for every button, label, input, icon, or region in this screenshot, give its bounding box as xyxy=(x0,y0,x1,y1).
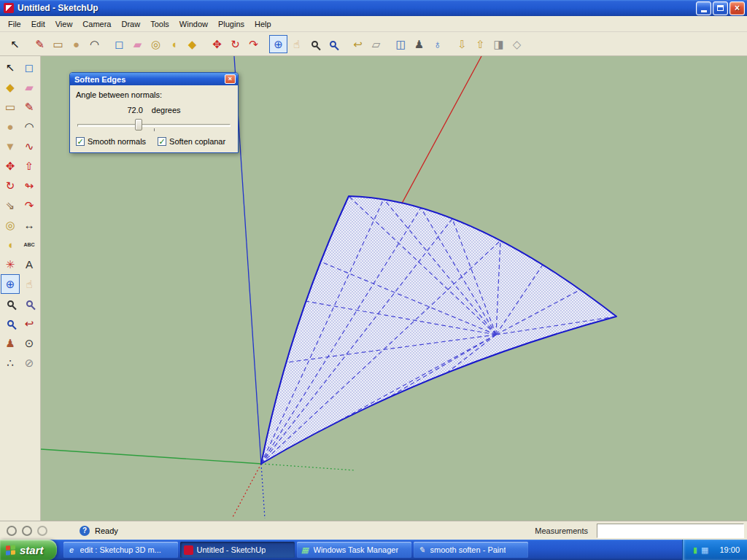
previous-view-button[interactable]: ↩ xyxy=(349,35,367,53)
titlebar[interactable]: Untitled - SketchUp × xyxy=(0,0,747,16)
select-button[interactable]: ↖ xyxy=(6,35,24,53)
offset-button[interactable]: ↷ xyxy=(20,195,39,215)
safety-icon[interactable]: ▮ xyxy=(693,545,697,554)
menu-edit[interactable]: Edit xyxy=(26,18,50,31)
look-around-button[interactable]: ⊙ xyxy=(20,333,39,353)
follow-me-button[interactable]: ↬ xyxy=(20,176,39,195)
menu-draw[interactable]: Draw xyxy=(116,18,145,31)
select-button[interactable]: ↖ xyxy=(1,58,20,77)
taskbar-task[interactable]: ▦Windows Task Manager xyxy=(297,542,411,558)
checkbox-box[interactable]: ✓ xyxy=(158,137,166,146)
taskbar-task[interactable]: eedit : Sketchup 3D m... xyxy=(63,542,178,558)
checkbox-soften-coplanar[interactable]: ✓Soften coplanar xyxy=(158,137,225,146)
status-circle-3-icon[interactable] xyxy=(37,526,47,536)
component-browser-button[interactable]: ◫ xyxy=(392,35,410,53)
menu-file[interactable]: File xyxy=(3,18,26,31)
soften-edges-dialog[interactable]: Soften Edges × Angle between normals: 72… xyxy=(69,72,239,153)
text-3d-button[interactable]: A xyxy=(20,254,39,274)
protractor-button[interactable]: ◖ xyxy=(165,35,183,53)
rectangle-icon: ▭ xyxy=(53,39,63,50)
position-person-button[interactable]: ♟ xyxy=(410,35,428,53)
protractor-button[interactable]: ◖ xyxy=(1,235,20,254)
tray-icons: ▮▦ xyxy=(693,545,712,554)
axes-button[interactable]: ✳ xyxy=(1,254,20,274)
main-toolbar: ↖✎▭●◠◻▰◎◖◆✥↻↷⊕☝↩▱◫♟♁⇩⇧◨◇ xyxy=(0,32,747,56)
upload-model-button[interactable]: ⇧ xyxy=(471,35,489,53)
model-box-icon: ◨ xyxy=(493,39,503,50)
slider-thumb[interactable] xyxy=(135,119,142,131)
arc-button[interactable]: ◠ xyxy=(85,35,104,53)
model-box-button[interactable]: ◨ xyxy=(489,35,508,53)
network-icon[interactable]: ▦ xyxy=(701,545,708,554)
dialog-titlebar[interactable]: Soften Edges × xyxy=(70,73,238,85)
viewport[interactable]: Soften Edges × Angle between normals: 72… xyxy=(41,56,747,521)
start-button[interactable]: start xyxy=(0,540,57,560)
maximize-button[interactable] xyxy=(713,1,728,15)
help-icon[interactable]: ? xyxy=(80,526,90,536)
pan-button[interactable]: ☝ xyxy=(20,274,39,294)
rectangle-button[interactable]: ▭ xyxy=(49,35,67,53)
zoom-extents-button[interactable] xyxy=(324,35,342,53)
menu-view[interactable]: View xyxy=(50,18,78,31)
line-button[interactable]: ✎ xyxy=(20,97,39,117)
minimize-button[interactable] xyxy=(696,1,711,15)
tape-measure-button[interactable]: ◎ xyxy=(1,215,20,235)
taskbar-task[interactable]: ✎smooth soften - Paint xyxy=(414,542,528,558)
menu-help[interactable]: Help xyxy=(249,18,276,31)
dimension-button[interactable]: ↔ xyxy=(20,215,39,235)
menu-window[interactable]: Window xyxy=(174,18,213,31)
section-plane-button[interactable]: ⊘ xyxy=(20,353,39,373)
eraser-button[interactable]: ▰ xyxy=(20,77,39,97)
orbit-button[interactable]: ⊕ xyxy=(1,274,20,294)
text-button[interactable]: ABC xyxy=(20,235,39,254)
get-models-button[interactable]: ⇩ xyxy=(453,35,471,53)
paint-bucket-button[interactable]: ◆ xyxy=(183,35,201,53)
walk-button[interactable]: ∴ xyxy=(1,353,20,373)
taskbar-task[interactable]: Untitled - SketchUp xyxy=(180,542,295,558)
circle-button[interactable]: ● xyxy=(1,117,20,136)
move-icon: ✥ xyxy=(212,39,222,50)
measurements-input[interactable] xyxy=(597,524,744,538)
rotate-button[interactable]: ↻ xyxy=(1,176,20,195)
menu-camera[interactable]: Camera xyxy=(77,18,116,31)
get-models-icon: ⇩ xyxy=(457,39,467,50)
push-pull-button[interactable]: ◻ xyxy=(110,35,128,53)
offset-button[interactable]: ↷ xyxy=(244,35,263,53)
rectangle-button[interactable]: ▭ xyxy=(1,97,20,117)
freehand-button[interactable]: ∿ xyxy=(20,136,39,156)
move-button[interactable]: ✥ xyxy=(208,35,226,53)
angle-slider[interactable] xyxy=(77,117,231,132)
checkbox-box[interactable]: ✓ xyxy=(76,137,85,146)
eraser-button[interactable]: ▰ xyxy=(128,35,147,53)
menu-plugins[interactable]: Plugins xyxy=(213,18,249,31)
rotate-button[interactable]: ↻ xyxy=(226,35,244,53)
zoom-button[interactable] xyxy=(1,294,20,314)
web-browser-button[interactable]: ♁ xyxy=(428,35,446,53)
tape-measure-button[interactable]: ◎ xyxy=(147,35,165,53)
status-circle-2-icon[interactable] xyxy=(22,526,32,536)
zoom-extents-button[interactable] xyxy=(1,314,20,333)
pan-button[interactable]: ☝ xyxy=(287,35,306,53)
menu-tools[interactable]: Tools xyxy=(145,18,174,31)
push-pull-button[interactable]: ⇧ xyxy=(20,156,39,176)
checkbox-smooth-normals[interactable]: ✓Smooth normals xyxy=(76,137,146,146)
line-button[interactable]: ✎ xyxy=(31,35,49,53)
orbit-button[interactable]: ⊕ xyxy=(269,35,287,53)
dialog-close-button[interactable]: × xyxy=(225,74,236,84)
zoom-button[interactable] xyxy=(306,35,324,53)
paint-bucket-button[interactable]: ◆ xyxy=(1,77,20,97)
scale-button[interactable]: ⇘ xyxy=(1,195,20,215)
zoom-window-button[interactable] xyxy=(20,294,39,314)
warehouse-button[interactable]: ◇ xyxy=(508,35,526,53)
arc-button[interactable]: ◠ xyxy=(20,117,39,136)
previous-view-button[interactable]: ↩ xyxy=(20,314,39,333)
circle-button[interactable]: ● xyxy=(67,35,85,53)
move-button[interactable]: ✥ xyxy=(1,156,20,176)
slider-track[interactable] xyxy=(77,124,231,127)
close-button[interactable]: × xyxy=(729,1,745,15)
status-circle-1-icon[interactable] xyxy=(7,526,17,536)
polygon-button[interactable]: ▼ xyxy=(1,136,20,156)
position-camera-button[interactable]: ♟ xyxy=(1,333,20,353)
face-style-button[interactable]: ▱ xyxy=(367,35,385,53)
make-component-button[interactable]: ◻ xyxy=(20,58,39,77)
